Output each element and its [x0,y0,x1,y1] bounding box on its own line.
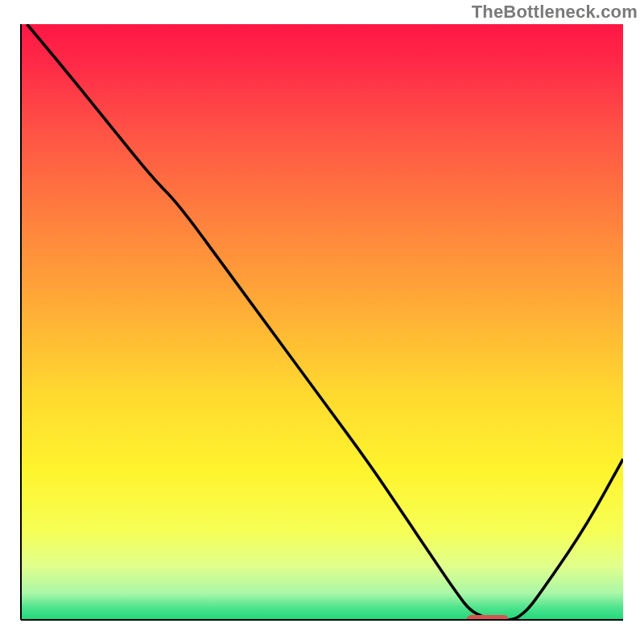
chart-container: { "watermark": "TheBottleneck.com", "cha… [0,0,644,644]
chart-svg [0,0,644,644]
plot-background [21,24,623,620]
watermark-text: TheBottleneck.com [472,2,638,23]
